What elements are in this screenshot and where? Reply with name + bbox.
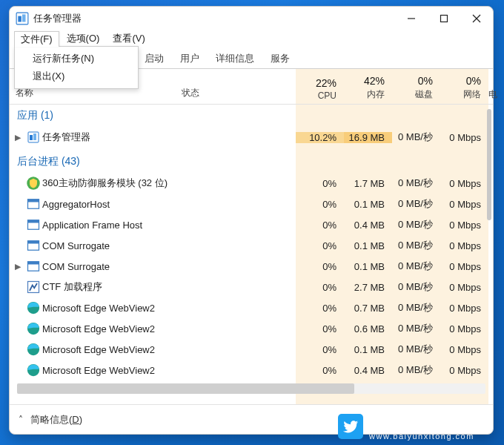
menu-run-new-task[interactable]: 运行新任务(N) xyxy=(15,50,138,67)
col-cpu[interactable]: 22% CPU xyxy=(296,69,344,104)
brief-info-link[interactable]: 简略信息(D)简略信息(D) xyxy=(30,413,82,426)
table-row[interactable]: Application Frame Host 0% 0.4 MB 0 MB/秒 … xyxy=(10,214,493,235)
svg-rect-12 xyxy=(28,200,39,202)
svg-rect-8 xyxy=(30,135,33,140)
process-name: COM Surrogate xyxy=(41,261,296,272)
task-manager-window: 任务管理器 文件(F) 选项(O) 查看(V) 运行新任务(N) 退出(X) 启… xyxy=(9,6,494,435)
process-name: 360主动防御服务模块 (32 位) xyxy=(41,177,296,190)
process-name: CTF 加载程序 xyxy=(41,280,296,294)
titlebar[interactable]: 任务管理器 xyxy=(10,7,493,30)
edge-icon xyxy=(26,321,41,336)
app-generic-icon xyxy=(26,217,41,232)
process-name: Application Frame Host xyxy=(41,220,296,231)
menu-view[interactable]: 查看(V) xyxy=(107,31,150,46)
process-name: Microsoft Edge WebView2 xyxy=(41,323,296,334)
table-row[interactable]: 360主动防御服务模块 (32 位) 0% 1.7 MB 0 MB/秒 0 Mb… xyxy=(10,173,493,194)
menu-exit[interactable]: 退出(X) xyxy=(15,67,138,85)
edge-icon xyxy=(26,363,41,378)
vertical-scrollbar[interactable] xyxy=(487,109,491,220)
group-apps[interactable]: 应用 (1) xyxy=(10,105,493,127)
app-generic-icon xyxy=(26,197,41,211)
edge-icon xyxy=(26,342,41,357)
table-row[interactable]: Microsoft Edge WebView2 0% 0.1 MB 0 MB/秒… xyxy=(10,339,493,360)
horizontal-scrollbar[interactable] xyxy=(17,383,485,394)
col-memory[interactable]: 42% 内存 xyxy=(344,69,392,104)
process-table: 名称 状态 22% CPU 42% 内存 0% 磁盘 0% 网络 xyxy=(10,69,493,404)
table-row[interactable]: COM Surrogate 0% 0.1 MB 0 MB/秒 0 Mbps xyxy=(10,235,493,256)
svg-rect-2 xyxy=(22,14,26,22)
table-row[interactable]: CTF 加载程序 0% 2.7 MB 0 MB/秒 0 Mbps xyxy=(10,277,493,297)
svg-rect-9 xyxy=(33,134,36,140)
chevron-right-icon[interactable]: ▶ xyxy=(10,133,26,142)
watermark-logo-icon xyxy=(338,414,363,439)
tab-details[interactable]: 详细信息 xyxy=(208,49,262,68)
group-background[interactable]: 后台进程 (43) xyxy=(10,151,493,173)
window-title: 任务管理器 xyxy=(33,12,82,25)
chevron-right-icon[interactable]: ▶ xyxy=(10,262,26,271)
svg-rect-16 xyxy=(28,241,39,244)
svg-rect-14 xyxy=(28,220,39,223)
tab-services[interactable]: 服务 xyxy=(263,49,297,68)
app-generic-icon xyxy=(26,238,41,253)
table-row[interactable]: Microsoft Edge WebView2 0% 0.4 MB 0 MB/秒… xyxy=(10,360,493,380)
col-status[interactable]: 状态 xyxy=(182,69,296,104)
watermark: 白云一键重装系统 www.baiyunxitong.com xyxy=(338,412,494,441)
process-name: 任务管理器 xyxy=(41,131,296,144)
app-icon xyxy=(16,12,29,25)
col-power[interactable]: 电 xyxy=(488,69,504,104)
edge-icon xyxy=(26,300,41,315)
app-generic-icon xyxy=(26,259,41,274)
scrollbar-thumb[interactable] xyxy=(17,383,354,394)
table-row[interactable]: ▶ COM Surrogate 0% 0.1 MB 0 MB/秒 0 Mbps xyxy=(10,256,493,277)
tab-startup[interactable]: 启动 xyxy=(137,49,171,68)
table-row[interactable]: ▶ 任务管理器 10.2% 16.9 MB 0 MB/秒 0 Mbps xyxy=(10,127,493,148)
minimize-button[interactable] xyxy=(395,7,428,30)
svg-rect-18 xyxy=(28,262,39,265)
tab-users[interactable]: 用户 xyxy=(173,49,207,68)
watermark-text: 白云一键重装系统 xyxy=(369,412,494,432)
svg-rect-1 xyxy=(18,16,21,22)
table-row[interactable]: Microsoft Edge WebView2 0% 0.6 MB 0 MB/秒… xyxy=(10,318,493,339)
process-name: Microsoft Edge WebView2 xyxy=(41,303,296,314)
task-manager-icon xyxy=(26,131,41,143)
close-button[interactable] xyxy=(460,7,493,30)
chevron-up-icon[interactable]: ˄ xyxy=(19,415,23,425)
menubar: 文件(F) 选项(O) 查看(V) 运行新任务(N) 退出(X) xyxy=(10,30,493,47)
menu-options[interactable]: 选项(O) xyxy=(61,31,106,46)
process-name: AggregatorHost xyxy=(41,199,296,210)
process-name: COM Surrogate xyxy=(41,240,296,251)
process-name: Microsoft Edge WebView2 xyxy=(41,344,296,355)
table-row[interactable]: Microsoft Edge WebView2 0% 0.7 MB 0 MB/秒… xyxy=(10,297,493,318)
file-menu-dropdown: 运行新任务(N) 退出(X) xyxy=(14,46,139,89)
watermark-url: www.baiyunxitong.com xyxy=(369,432,494,441)
ctf-icon xyxy=(26,280,41,294)
process-name: Microsoft Edge WebView2 xyxy=(41,365,296,376)
col-disk[interactable]: 0% 磁盘 xyxy=(392,69,440,104)
svg-rect-4 xyxy=(441,16,448,22)
shield-icon xyxy=(26,176,41,191)
maximize-button[interactable] xyxy=(428,7,460,30)
menu-file[interactable]: 文件(F) xyxy=(14,31,59,47)
col-network[interactable]: 0% 网络 xyxy=(440,69,488,104)
table-row[interactable]: AggregatorHost 0% 0.1 MB 0 MB/秒 0 Mbps xyxy=(10,194,493,214)
